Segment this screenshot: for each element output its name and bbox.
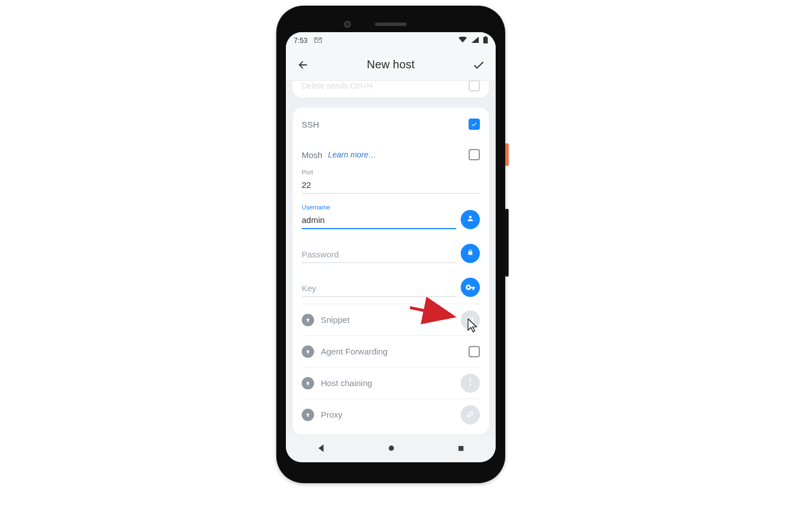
braces-icon: { } — [466, 316, 474, 324]
snippet-label: Snippet — [321, 315, 350, 325]
previous-card-sliver: Delete sends Ctrl+H — [293, 81, 489, 98]
agent-forwarding-row[interactable]: Agent Forwarding — [302, 335, 480, 367]
chain-icon — [467, 378, 474, 389]
key-input[interactable] — [302, 281, 456, 297]
ssh-checkbox[interactable] — [469, 119, 480, 130]
host-chaining-row[interactable]: Host chaining — [302, 367, 480, 398]
proxy-label: Proxy — [321, 410, 342, 419]
ssh-label: SSH — [302, 120, 319, 129]
nav-recents-button[interactable] — [457, 444, 465, 453]
svg-rect-6 — [458, 446, 464, 451]
cell-signal-icon — [469, 37, 479, 45]
nav-home-button[interactable] — [387, 444, 396, 453]
android-nav-bar — [286, 434, 496, 462]
ssh-card: SSH Mosh Learn more… — [293, 108, 489, 434]
status-time: 7:53 — [294, 37, 307, 45]
nav-back-button[interactable] — [316, 443, 326, 453]
svg-rect-0 — [483, 37, 488, 44]
phone-screen: 7:53 New host — [286, 32, 496, 462]
key-icon — [466, 282, 475, 292]
confirm-button[interactable] — [469, 55, 489, 75]
page-title: New host — [313, 58, 469, 71]
password-input[interactable] — [302, 247, 456, 263]
proxy-row[interactable]: Proxy — [302, 398, 480, 430]
username-label: Username — [302, 204, 330, 211]
svg-point-4 — [469, 384, 471, 386]
ssh-row[interactable]: SSH — [302, 108, 480, 141]
delete-sends-ctrl-h-checkbox[interactable] — [469, 81, 480, 91]
app-bar: New host — [286, 49, 496, 81]
port-label: Port — [302, 169, 313, 176]
snippet-action-button[interactable]: { } — [461, 310, 480, 330]
phone-power-button — [505, 143, 509, 166]
mosh-learn-more-link[interactable]: Learn more… — [328, 150, 377, 159]
agent-forwarding-checkbox[interactable] — [469, 346, 480, 357]
mosh-checkbox[interactable] — [469, 149, 480, 160]
arrow-up-icon — [302, 377, 314, 389]
gmail-icon — [312, 37, 322, 45]
svg-point-2 — [469, 378, 471, 380]
wifi-icon — [456, 37, 467, 45]
snippet-row[interactable]: Snippet { } — [302, 304, 480, 335]
swap-icon — [466, 410, 475, 420]
mosh-row[interactable]: Mosh Learn more… — [302, 141, 480, 169]
username-picker-button[interactable] — [461, 210, 480, 229]
form-scroll[interactable]: Delete sends Ctrl+H SSH — [286, 81, 496, 434]
delete-sends-ctrl-h-label: Delete sends Ctrl+H — [302, 81, 373, 90]
svg-rect-1 — [485, 36, 487, 37]
host-chaining-label: Host chaining — [321, 378, 372, 388]
proxy-action-button[interactable] — [461, 405, 480, 424]
password-picker-button[interactable] — [461, 244, 480, 263]
password-field[interactable] — [302, 247, 456, 263]
phone-volume-button — [505, 209, 509, 277]
key-picker-button[interactable] — [461, 278, 480, 297]
svg-rect-3 — [470, 380, 470, 384]
person-icon — [466, 214, 474, 225]
agent-forwarding-label: Agent Forwarding — [321, 347, 387, 356]
lock-icon — [467, 248, 474, 259]
arrow-up-icon — [302, 409, 314, 421]
phone-frame: 7:53 New host — [276, 6, 505, 483]
back-button[interactable] — [293, 55, 313, 75]
status-bar: 7:53 — [286, 32, 496, 49]
port-field[interactable]: Port — [302, 169, 480, 194]
host-chaining-action-button[interactable] — [461, 374, 480, 393]
arrow-up-icon — [302, 314, 314, 326]
port-input[interactable] — [302, 178, 480, 194]
svg-point-5 — [389, 445, 394, 450]
arrow-up-icon — [302, 345, 314, 358]
username-field[interactable]: Username — [302, 204, 456, 229]
mosh-label: Mosh — [302, 150, 323, 160]
username-input[interactable] — [302, 213, 456, 229]
key-field[interactable] — [302, 281, 456, 297]
battery-icon — [481, 36, 488, 45]
